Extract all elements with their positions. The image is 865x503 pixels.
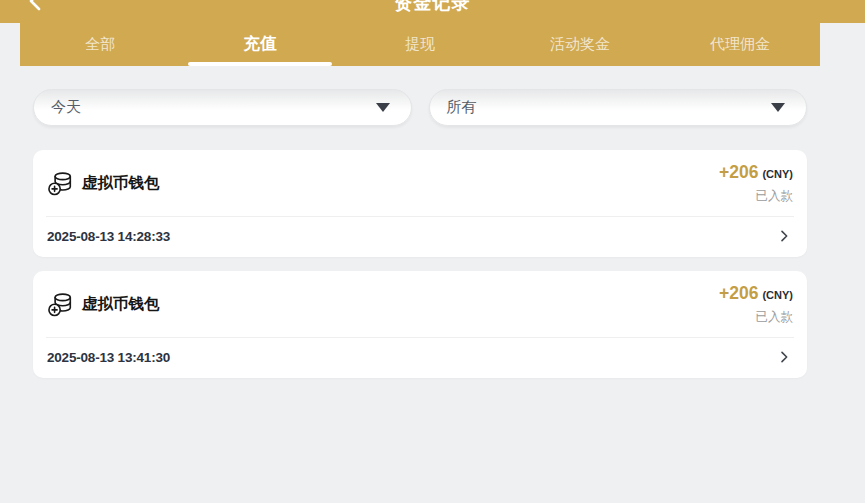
page-title: 资金记录 [0, 0, 865, 15]
wallet-info: 虚拟币钱包 [47, 292, 160, 318]
status-label: 已入款 [719, 309, 793, 326]
wallet-info: 虚拟币钱包 [47, 171, 160, 197]
date-filter-dropdown[interactable]: 今天 [33, 89, 412, 126]
coin-stack-plus-icon [47, 292, 73, 318]
chevron-right-icon[interactable] [776, 349, 792, 365]
status-label: 已入款 [719, 188, 793, 205]
caret-down-icon [771, 103, 785, 112]
record-footer: 2025-08-13 13:41:30 [46, 337, 794, 378]
record-footer: 2025-08-13 14:28:33 [46, 216, 794, 257]
amount-column: +206 (CNY) 已入款 [719, 162, 793, 205]
record-timestamp: 2025-08-13 14:28:33 [47, 229, 170, 244]
amount-column: +206 (CNY) 已入款 [719, 283, 793, 326]
amount-value: +206 [719, 162, 758, 183]
date-filter-value: 今天 [34, 98, 81, 117]
record-card[interactable]: 虚拟币钱包 +206 (CNY) 已入款 2025-08-13 14:28:33 [33, 150, 807, 257]
tab-withdraw[interactable]: 提现 [340, 23, 500, 66]
coin-stack-plus-icon [47, 171, 73, 197]
currency-label: (CNY) [762, 168, 793, 180]
filter-row: 今天 所有 [33, 89, 807, 126]
currency-label: (CNY) [762, 289, 793, 301]
record-summary: 虚拟币钱包 +206 (CNY) 已入款 [33, 150, 807, 216]
record-summary: 虚拟币钱包 +206 (CNY) 已入款 [33, 271, 807, 337]
record-timestamp: 2025-08-13 13:41:30 [47, 350, 170, 365]
caret-down-icon [376, 103, 390, 112]
amount-value: +206 [719, 283, 758, 304]
tab-bar: 全部 充值 提现 活动奖金 代理佣金 [20, 23, 820, 66]
tab-activity-bonus[interactable]: 活动奖金 [500, 23, 660, 66]
tab-agent-commission[interactable]: 代理佣金 [660, 23, 820, 66]
wallet-name: 虚拟币钱包 [82, 173, 160, 194]
type-filter-dropdown[interactable]: 所有 [429, 89, 808, 126]
content-area: 今天 所有 虚拟币钱包 [20, 66, 820, 378]
tab-deposit[interactable]: 充值 [180, 23, 340, 66]
chevron-right-icon[interactable] [776, 228, 792, 244]
tab-all[interactable]: 全部 [20, 23, 180, 66]
record-card[interactable]: 虚拟币钱包 +206 (CNY) 已入款 2025-08-13 13:41:30 [33, 271, 807, 378]
type-filter-value: 所有 [430, 98, 477, 117]
wallet-name: 虚拟币钱包 [82, 294, 160, 315]
app-header: 资金记录 [0, 0, 865, 23]
